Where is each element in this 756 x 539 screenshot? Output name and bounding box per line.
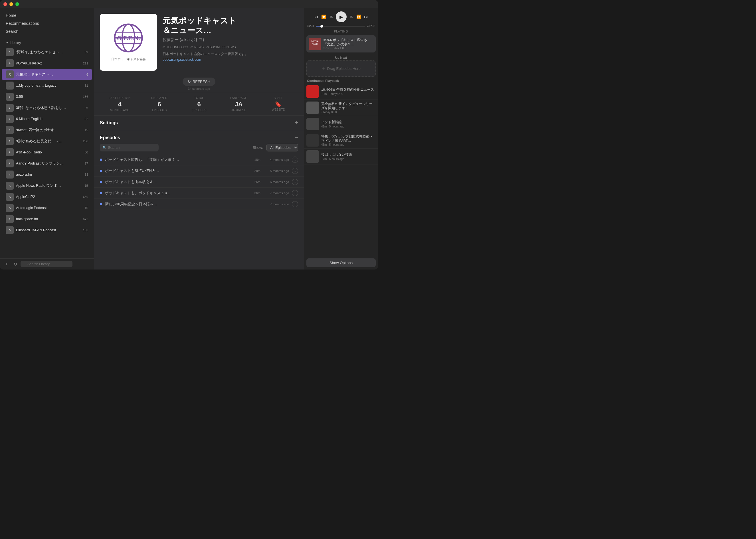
ci-thumb-art [306,102,319,114]
sidebar-item-name: 元気ポッドキャスト… [16,72,84,77]
refresh-button[interactable]: ↻ [12,261,18,267]
sidebar-item-0[interactable]: " "野球"にまつわるエトセト… 59 [2,47,92,58]
episode-item-0[interactable]: ポッドキャスト広告も、「文脈」が大事？… 18m 4 months ago ↓ [94,154,304,165]
sidebar-item-3[interactable]: . ...My cup of tea… Legacy 81 [2,80,92,91]
skip-forward-far-button[interactable]: ⏩ [356,14,362,20]
svg-rect-15 [306,150,319,163]
sidebar-item-6[interactable]: 6 6 Minute English 82 [2,114,92,124]
continuous-item-title: 完全無料の新インタビューシリーズを開始します！ [321,102,376,111]
skip-to-start-button[interactable]: ⏮ [314,14,319,20]
episode-unplayed-dot [100,181,102,183]
sidebar-item-5[interactable]: 3 3時になったら休息の話をし… 26 [2,102,92,113]
podcast-description: 日本ポッドキャスト協会のニュースレター音声版です。 [163,52,298,56]
episode-download-button[interactable]: ↓ [292,179,298,185]
sidebar-item-8[interactable]: 9 9割がもめる社長交代 ～… 200 [2,136,92,147]
continuous-item-title: 10月04日 午前０時のNHKニュース [321,88,376,92]
sidebar-item-2[interactable]: 元 元気ポッドキャスト… 6 [2,69,92,80]
sidebar-item-name: AppleCLIP2 [16,195,81,199]
episode-item-3[interactable]: ポッドキャストも、ポッドキャスト＆… 36m 7 months ago ↓ [94,188,304,199]
skip-forward-seconds: 15 [348,15,354,19]
continuous-item-2[interactable]: インド新幹線 41m · 5 hours ago [304,116,378,132]
continuous-item-thumbnail [306,85,319,98]
refresh-button[interactable]: ↻ REFRESH [183,78,215,86]
progress-bar[interactable] [316,26,366,27]
title-bar [0,0,378,8]
episodes-section: Episodes − 🔍 Show: All Episodes Unplayed… [94,130,304,270]
sidebar-item-recommendations[interactable]: Recommendations [0,19,94,27]
episode-date: 7 months ago [263,202,289,206]
sidebar-item-9[interactable]: A A'sf -Pod- Radio 50 [2,147,92,158]
skip-to-end-button[interactable]: ⏭ [364,14,369,20]
sidebar-item-4[interactable]: 3 3.55 136 [2,91,92,102]
tag-icon-business: 🏷 [206,45,209,49]
podcast-link[interactable]: podcasting.substack.com [163,58,298,62]
sidebar-item-14[interactable]: A Automagic Podcast 15 [2,202,92,213]
search-library-wrapper: 🔍 [21,261,90,267]
sidebar-item-search[interactable]: Search [0,27,94,36]
stats-row: LAST PUBLISH 4 MONTHS AGO UNPLAYED 6 EPI… [94,93,304,116]
close-button[interactable] [3,2,7,6]
sidebar-item-16[interactable]: B Billboard JAPAN Podcast 103 [2,225,92,236]
episode-download-button[interactable]: ↓ [292,190,298,196]
episodes-header: Episodes − [94,130,304,144]
play-button[interactable]: ▶ [336,11,347,22]
episode-item-4[interactable]: 新しい30周年記念＆日本語＆… 7 months ago ↓ [94,199,304,210]
tag-news: 🏷 NEWS [191,45,204,49]
minimize-button[interactable] [9,2,13,6]
sidebar-item-count: 26 [85,106,88,110]
sidebar-item-name: Billboard JAPAN Podcast [16,228,81,232]
episodes-toolbar: 🔍 Show: All Episodes Unplayed Downloaded [94,144,304,154]
episode-item-1[interactable]: ポッドキャストもSUZUKEN＆… 28m 5 months ago ↓ [94,165,304,177]
library-section-header[interactable]: ▼ Library [0,39,94,46]
sidebar-item-avatar: A [6,193,14,201]
sidebar-item-name: backspace.fm [16,217,81,221]
progress-knob[interactable] [320,25,323,28]
sidebar-item-1[interactable]: # #GYAKUHARA2 211 [2,58,92,69]
episode-download-button[interactable]: ↓ [292,201,298,207]
search-library-input[interactable] [21,261,72,267]
continuous-item-thumbnail [306,150,319,163]
episode-download-button[interactable]: ↓ [292,168,298,174]
continuous-item-3[interactable]: 特集：80's ポップ戦国武将図鑑〜マドンナ編 PART… 45m · 5 ho… [304,132,378,149]
sidebar-item-15[interactable]: b backspace.fm 672 [2,214,92,224]
sidebar-item-11[interactable]: a aozora.fm 83 [2,169,92,180]
continuous-item-1[interactable]: 完全無料の新インタビューシリーズを開始します！ · Today 0:00 [304,100,378,116]
continuous-item-4[interactable]: 後回しにしない技術 17m · 6 hours ago [304,149,378,165]
show-select[interactable]: All Episodes Unplayed Downloaded [267,144,298,151]
sidebar-item-7[interactable]: 9 96cast. 四十路のボヤキ 15 [2,124,92,135]
continuous-item-0[interactable]: 10月04日 午前０時のNHKニュース 10m · Today 0:10 [304,84,378,100]
show-options-button[interactable]: Show Options [306,258,376,267]
sidebar-item-12[interactable]: A Apple News Radio ワンポ… 15 [2,180,92,191]
sidebar-item-count: 15 [85,184,88,188]
now-playing-card[interactable]: MEDIA TALK #99-6 ポッドキャスト広告も、「文脈」が大事？… 37… [306,36,376,52]
episodes-collapse-icon[interactable]: − [295,134,298,141]
episode-name: ポッドキャストも山本敏之＆… [105,180,252,185]
sidebar-item-count: 672 [83,217,88,221]
continuous-item-title: 後回しにしない技術 [321,153,376,157]
episode-download-button[interactable]: ↓ [292,157,298,163]
sidebar-item-name: AandY Podcast サンフラン… [16,161,82,166]
stat-unplayed: UNPLAYED 6 EPISODES [139,96,179,112]
maximize-button[interactable] [15,2,19,6]
sidebar-item-count: 6 [86,73,88,76]
svg-text:O.P.E.N.: O.P.E.N. [117,35,140,41]
episode-search-input[interactable] [100,144,159,151]
up-next-label: Up Next [304,54,378,60]
skip-back-far-button[interactable]: ⏪ [321,14,327,20]
stat-visit[interactable]: VISIT 🔖 WEBSITE [258,96,298,112]
settings-section[interactable]: Settings + [94,116,304,130]
episode-duration: 18m [254,158,260,161]
sidebar-item-home[interactable]: Home [0,11,94,19]
sidebar-item-10[interactable]: A AandY Podcast サンフラン… 77 [2,158,92,169]
continuous-item-title: 特集：80's ポップ戦国武将図鑑〜マドンナ編 PART… [321,134,376,143]
episode-unplayed-dot [100,159,102,161]
library-list: " "野球"にまつわるエトセト… 59 # #GYAKUHARA2 211 元 … [0,46,94,258]
episode-item-2[interactable]: ポッドキャストも山本敏之＆… 26m 6 months ago ↓ [94,177,304,188]
continuous-item-meta: 45m · 5 hours ago [321,143,376,146]
sidebar-item-13[interactable]: A AppleCLIP2 659 [2,192,92,202]
sidebar-item-name: ...My cup of tea… Legacy [16,84,82,88]
episodes-list: ポッドキャスト広告も、「文脈」が大事？… 18m 4 months ago ↓ … [94,154,304,270]
sidebar-item-count: 103 [83,228,88,232]
add-podcast-button[interactable]: + [3,261,10,267]
up-next-box[interactable]: + Drag Episodes Here [306,60,376,77]
